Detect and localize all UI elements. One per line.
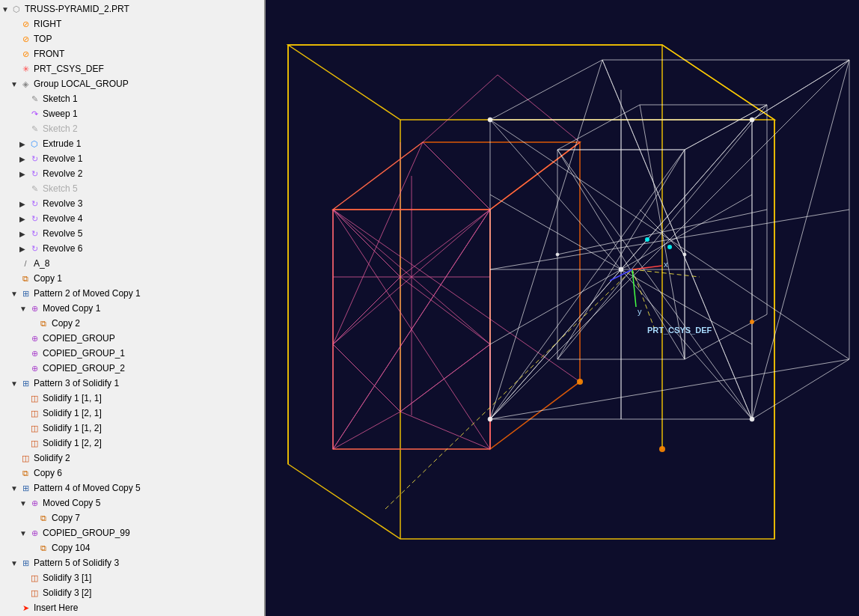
tree-item-copy1[interactable]: ⧉Copy 1	[0, 271, 264, 286]
tree-item-revolve6[interactable]: ▶↻Revolve 6	[0, 241, 264, 256]
tree-item-copy7[interactable]: ⧉Copy 7	[0, 510, 264, 525]
tree-item-root[interactable]: ▼⬡TRUSS-PYRAMID_2.PRT	[0, 1, 264, 16]
expand-arrow-copiedgroup99[interactable]: ▼	[19, 528, 28, 539]
solidify-icon-sol121: ◫	[28, 407, 40, 419]
tree-label-revolve3: Revolve 3	[43, 197, 82, 210]
copy-icon-copy7: ⧉	[37, 512, 49, 524]
tree-label-revolve1: Revolve 1	[43, 152, 82, 165]
tree-item-copy2[interactable]: ⧉Copy 2	[0, 316, 264, 331]
tree-item-sweep1[interactable]: ↷Sweep 1	[0, 106, 264, 121]
tree-item-sol121[interactable]: ◫Solidify 1 [2, 1]	[0, 406, 264, 421]
tree-item-right[interactable]: ⊘RIGHT	[0, 16, 264, 31]
tree-item-front[interactable]: ⊘FRONT	[0, 46, 264, 61]
svg-text:x: x	[664, 260, 668, 269]
tree-label-group: Group LOCAL_GROUP	[34, 77, 129, 91]
copy-icon-copy6: ⧉	[19, 467, 31, 479]
assembly-icon-root: ⬡	[10, 3, 22, 15]
tree-label-copiedgroup: COPIED_GROUP	[43, 332, 115, 345]
expand-arrow-group[interactable]: ▼	[10, 79, 19, 90]
tree-label-revolve2: Revolve 2	[43, 167, 82, 180]
tree-item-pattern2[interactable]: ▼⊞Pattern 2 of Moved Copy 1	[0, 286, 264, 301]
expand-arrow-revolve6[interactable]: ▶	[19, 243, 28, 254]
tree-item-copiedgroup2[interactable]: ⊕COPIED_GROUP_2	[0, 361, 264, 376]
sketch-icon-sketch2: ✎	[28, 123, 40, 135]
tree-item-sketch1[interactable]: ✎Sketch 1	[0, 91, 264, 106]
tree-item-revolve5[interactable]: ▶↻Revolve 5	[0, 226, 264, 241]
tree-item-movedcopy5[interactable]: ▼⊕Moved Copy 5	[0, 495, 264, 510]
pattern-icon-pattern3: ⊞	[19, 377, 31, 389]
revolve-icon-revolve5: ↻	[28, 228, 40, 240]
expand-arrow-extrude1[interactable]: ▶	[19, 138, 28, 150]
solidify-icon-solidify2: ◫	[19, 452, 31, 464]
tree-item-revolve3[interactable]: ▶↻Revolve 3	[0, 196, 264, 211]
viewport-svg: x y PRT_CSYS_DEF	[266, 0, 859, 616]
expand-arrow-movedcopy5[interactable]: ▼	[19, 498, 28, 509]
3d-viewport[interactable]: x y PRT_CSYS_DEF	[266, 0, 859, 616]
expand-arrow-revolve3[interactable]: ▶	[19, 198, 28, 210]
tree-item-group[interactable]: ▼◈Group LOCAL_GROUP	[0, 76, 264, 91]
tree-item-top[interactable]: ⊘TOP	[0, 31, 264, 46]
tree-label-revolve5: Revolve 5	[43, 227, 82, 240]
expand-arrow-revolve5[interactable]: ▶	[19, 228, 28, 240]
tree-item-copy104[interactable]: ⧉Copy 104	[0, 540, 264, 555]
tree-item-movedcopy1[interactable]: ▼⊕Moved Copy 1	[0, 301, 264, 316]
tree-item-csys[interactable]: ✳PRT_CSYS_DEF	[0, 61, 264, 76]
tree-item-sketch2[interactable]: ✎Sketch 2	[0, 121, 264, 136]
revolve-icon-revolve1: ↻	[28, 153, 40, 165]
tree-label-sketch1: Sketch 1	[43, 92, 78, 106]
tree-label-pattern3: Pattern 3 of Solidify 1	[34, 376, 119, 390]
sketch-icon-sketch1: ✎	[28, 93, 40, 105]
pattern-icon-pattern2: ⊞	[19, 287, 31, 299]
tree-item-revolve2[interactable]: ▶↻Revolve 2	[0, 166, 264, 181]
tree-item-copiedgroup1[interactable]: ⊕COPIED_GROUP_1	[0, 346, 264, 361]
tree-item-pattern3[interactable]: ▼⊞Pattern 3 of Solidify 1	[0, 376, 264, 391]
tree-label-sol121: Solidify 1 [2, 1]	[43, 406, 102, 420]
tree-label-copiedgroup99: COPIED_GROUP_99	[43, 526, 130, 540]
tree-item-a8[interactable]: /A_8	[0, 256, 264, 271]
tree-item-solidify2[interactable]: ◫Solidify 2	[0, 451, 264, 466]
copiedgrp-icon-copiedgroup2: ⊕	[28, 362, 40, 374]
extrude-icon-extrude1: ⬡	[28, 138, 40, 150]
model-tree[interactable]: ▼⬡TRUSS-PYRAMID_2.PRT⊘RIGHT⊘TOP⊘FRONT✳PR…	[0, 0, 266, 616]
tree-label-root: TRUSS-PYRAMID_2.PRT	[25, 2, 129, 16]
svg-point-74	[667, 245, 672, 249]
tree-item-copy6[interactable]: ⧉Copy 6	[0, 466, 264, 481]
datum-icon-right: ⊘	[19, 18, 31, 30]
tree-item-pattern4[interactable]: ▼⊞Pattern 4 of Moved Copy 5	[0, 481, 264, 495]
tree-item-revolve1[interactable]: ▶↻Revolve 1	[0, 151, 264, 166]
tree-item-extrude1[interactable]: ▶⬡Extrude 1	[0, 136, 264, 151]
expand-arrow-revolve1[interactable]: ▶	[19, 153, 28, 165]
copiedgrp-icon-copiedgroup1: ⊕	[28, 347, 40, 359]
datum-icon-front: ⊘	[19, 48, 31, 60]
tree-item-revolve4[interactable]: ▶↻Revolve 4	[0, 211, 264, 226]
tree-item-sol122[interactable]: ◫Solidify 1 [2, 2]	[0, 436, 264, 451]
pattern-icon-pattern5: ⊞	[19, 557, 31, 569]
tree-label-revolve4: Revolve 4	[43, 212, 82, 225]
tree-item-sol31[interactable]: ◫Solidify 3 [1]	[0, 570, 264, 585]
axis-icon-a8: /	[19, 257, 31, 269]
tree-item-copiedgroup[interactable]: ⊕COPIED_GROUP	[0, 331, 264, 346]
tree-item-sol11[interactable]: ◫Solidify 1 [1, 1]	[0, 391, 264, 406]
tree-item-sol112[interactable]: ◫Solidify 1 [1, 2]	[0, 421, 264, 436]
expand-arrow-root[interactable]: ▼	[1, 4, 10, 15]
tree-label-sol32: Solidify 3 [2]	[43, 586, 91, 600]
tree-label-movedcopy1: Moved Copy 1	[43, 302, 100, 315]
copiedgrp-icon-copiedgroup99: ⊕	[28, 527, 40, 539]
tree-label-a8: A_8	[34, 257, 49, 270]
expand-arrow-pattern3[interactable]: ▼	[10, 378, 19, 389]
expand-arrow-revolve2[interactable]: ▶	[19, 168, 28, 180]
expand-arrow-pattern2[interactable]: ▼	[10, 288, 19, 299]
expand-arrow-movedcopy1[interactable]: ▼	[19, 303, 28, 314]
expand-arrow-revolve4[interactable]: ▶	[19, 213, 28, 225]
copy-icon-copy104: ⧉	[37, 542, 49, 554]
expand-arrow-pattern5[interactable]: ▼	[10, 558, 19, 569]
tree-label-pattern5: Pattern 5 of Solidify 3	[34, 556, 119, 570]
tree-item-sketch5[interactable]: ✎Sketch 5	[0, 181, 264, 196]
tree-item-copiedgroup99[interactable]: ▼⊕COPIED_GROUP_99	[0, 525, 264, 540]
expand-arrow-pattern4[interactable]: ▼	[10, 483, 19, 494]
svg-text:PRT_CSYS_DEF: PRT_CSYS_DEF	[647, 326, 712, 335]
tree-item-inserthere[interactable]: ➤Insert Here	[0, 600, 264, 615]
tree-item-sol32[interactable]: ◫Solidify 3 [2]	[0, 585, 264, 600]
tree-item-pattern5[interactable]: ▼⊞Pattern 5 of Solidify 3	[0, 555, 264, 570]
revolve-icon-revolve4: ↻	[28, 213, 40, 225]
